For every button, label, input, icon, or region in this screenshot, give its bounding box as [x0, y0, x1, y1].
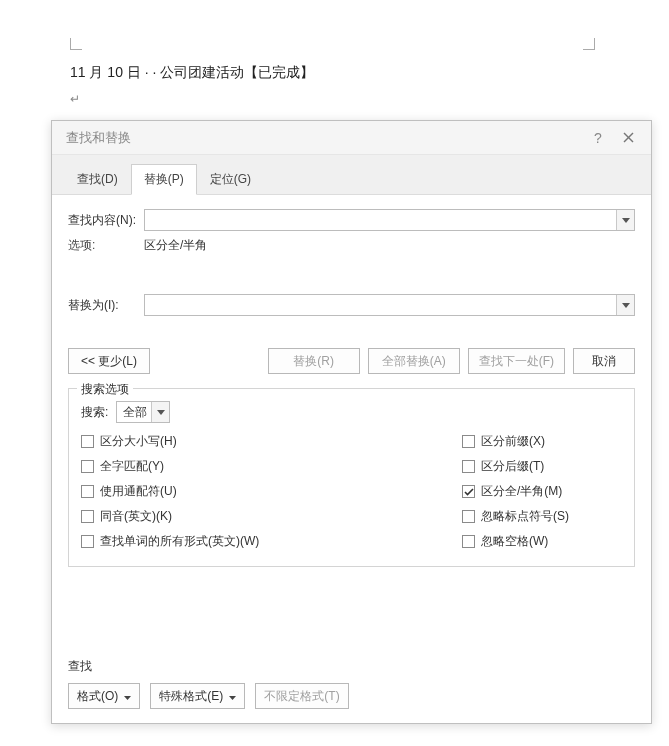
dialog-title: 查找和替换: [66, 129, 131, 147]
svg-marker-3: [622, 303, 630, 308]
checkbox-label: 忽略空格(W): [481, 533, 548, 550]
find-what-label: 查找内容(N):: [68, 212, 144, 229]
search-options-fieldset: 搜索选项 搜索: 全部 区分大小写(H)全字匹配(Y)使用通配符(U)同音(英文…: [68, 388, 635, 567]
checkbox-icon: [462, 485, 475, 498]
checkbox-right-4[interactable]: 忽略空格(W): [462, 533, 622, 550]
options-value: 区分全/半角: [144, 237, 207, 254]
checkbox-left-2[interactable]: 使用通配符(U): [81, 483, 462, 500]
checkbox-label: 使用通配符(U): [100, 483, 177, 500]
svg-marker-2: [622, 218, 630, 223]
search-options-legend: 搜索选项: [77, 381, 133, 398]
checkbox-icon: [462, 510, 475, 523]
document-background: 11 月 10 日 · · 公司团建活动【已完成】 ↵: [0, 0, 669, 120]
find-format-label: 查找: [68, 658, 635, 675]
find-what-row: 查找内容(N):: [68, 209, 635, 231]
crop-mark-right: [583, 38, 595, 50]
checkbox-icon: [81, 435, 94, 448]
checkbox-right-1[interactable]: 区分后缀(T): [462, 458, 622, 475]
paragraph-mark: ↵: [70, 92, 599, 106]
checkbox-label: 忽略标点符号(S): [481, 508, 569, 525]
find-format-section: 查找 格式(O) 特殊格式(E) 不限定格式(T): [68, 642, 635, 709]
document-text-line: 11 月 10 日 · · 公司团建活动【已完成】: [70, 64, 599, 82]
checkbox-label: 同音(英文)(K): [100, 508, 172, 525]
checkbox-left-3[interactable]: 同音(英文)(K): [81, 508, 462, 525]
checkbox-left-0[interactable]: 区分大小写(H): [81, 433, 462, 450]
svg-marker-6: [229, 696, 236, 700]
checkbox-column-left: 区分大小写(H)全字匹配(Y)使用通配符(U)同音(英文)(K)查找单词的所有形…: [81, 433, 462, 550]
no-format-button[interactable]: 不限定格式(T): [255, 683, 348, 709]
dialog-tabs: 查找(D) 替换(P) 定位(G): [52, 155, 651, 195]
special-format-button[interactable]: 特殊格式(E): [150, 683, 245, 709]
checkbox-icon: [81, 535, 94, 548]
close-button[interactable]: [613, 126, 643, 150]
replace-all-button[interactable]: 全部替换(A): [368, 348, 460, 374]
checkbox-icon: [462, 435, 475, 448]
search-direction-select[interactable]: 全部: [116, 401, 170, 423]
checkbox-label: 区分后缀(T): [481, 458, 544, 475]
replace-with-row: 替换为(I):: [68, 294, 635, 316]
checkbox-left-1[interactable]: 全字匹配(Y): [81, 458, 462, 475]
checkbox-right-2[interactable]: 区分全/半角(M): [462, 483, 622, 500]
action-button-row: << 更少(L) 替换(R) 全部替换(A) 查找下一处(F) 取消: [68, 348, 635, 374]
tab-replace[interactable]: 替换(P): [131, 164, 197, 195]
checkbox-label: 查找单词的所有形式(英文)(W): [100, 533, 259, 550]
search-direction-row: 搜索: 全部: [81, 401, 622, 423]
tab-goto[interactable]: 定位(G): [197, 164, 264, 195]
checkbox-columns: 区分大小写(H)全字匹配(Y)使用通配符(U)同音(英文)(K)查找单词的所有形…: [81, 433, 622, 550]
crop-mark-left: [70, 38, 82, 50]
find-next-button[interactable]: 查找下一处(F): [468, 348, 565, 374]
replace-with-input[interactable]: [145, 295, 616, 315]
find-replace-dialog: 查找和替换 ? 查找(D) 替换(P) 定位(G) 查找内容(N): 选项: 区…: [51, 120, 652, 724]
dialog-body: 查找内容(N): 选项: 区分全/半角 替换为(I): << 更少(L): [52, 195, 651, 723]
checkbox-column-right: 区分前缀(X)区分后缀(T)区分全/半角(M)忽略标点符号(S)忽略空格(W): [462, 433, 622, 550]
checkbox-label: 区分前缀(X): [481, 433, 545, 450]
checkbox-left-4[interactable]: 查找单词的所有形式(英文)(W): [81, 533, 462, 550]
format-button[interactable]: 格式(O): [68, 683, 140, 709]
options-label: 选项:: [68, 237, 144, 254]
replace-with-dropdown-icon[interactable]: [616, 295, 634, 315]
search-direction-label: 搜索:: [81, 404, 108, 421]
find-what-combo[interactable]: [144, 209, 635, 231]
checkbox-icon: [81, 460, 94, 473]
help-button[interactable]: ?: [583, 126, 613, 150]
svg-marker-5: [124, 696, 131, 700]
chevron-down-icon: [124, 689, 131, 703]
search-direction-dropdown-icon[interactable]: [151, 402, 169, 422]
tab-find[interactable]: 查找(D): [64, 164, 131, 195]
checkbox-right-3[interactable]: 忽略标点符号(S): [462, 508, 622, 525]
checkbox-icon: [81, 510, 94, 523]
checkbox-icon: [462, 535, 475, 548]
search-direction-value: 全部: [123, 404, 147, 421]
chevron-down-icon: [229, 689, 236, 703]
checkbox-icon: [81, 485, 94, 498]
find-what-input[interactable]: [145, 210, 616, 230]
checkbox-icon: [462, 460, 475, 473]
svg-marker-4: [157, 410, 165, 415]
replace-button[interactable]: 替换(R): [268, 348, 360, 374]
checkbox-label: 区分全/半角(M): [481, 483, 562, 500]
checkbox-label: 全字匹配(Y): [100, 458, 164, 475]
checkbox-label: 区分大小写(H): [100, 433, 177, 450]
find-what-dropdown-icon[interactable]: [616, 210, 634, 230]
dialog-titlebar: 查找和替换 ?: [52, 121, 651, 155]
cancel-button[interactable]: 取消: [573, 348, 635, 374]
replace-with-combo[interactable]: [144, 294, 635, 316]
replace-with-label: 替换为(I):: [68, 297, 144, 314]
checkbox-right-0[interactable]: 区分前缀(X): [462, 433, 622, 450]
options-row: 选项: 区分全/半角: [68, 237, 635, 254]
less-button[interactable]: << 更少(L): [68, 348, 150, 374]
